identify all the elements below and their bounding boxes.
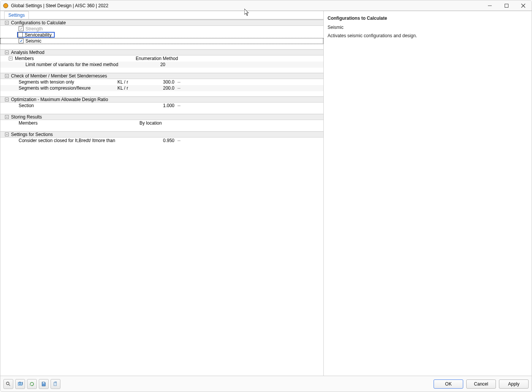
value-compression[interactable]: 200.0 <box>139 85 177 91</box>
collapse-icon[interactable]: − <box>5 115 9 119</box>
app-icon <box>3 3 9 9</box>
label-storing-members: Members <box>19 120 117 126</box>
settings-panel: Settings − Configurations to Calculate S… <box>0 11 323 376</box>
checkbox-strength[interactable] <box>19 26 24 31</box>
svg-rect-12 <box>55 381 56 383</box>
value-storing-members[interactable]: By location <box>139 120 177 126</box>
label-members: Members <box>15 56 114 61</box>
row-seismic[interactable]: Seismic <box>0 38 323 44</box>
label-limit-variants: Limit number of variants for the mixed m… <box>25 62 120 67</box>
window-title: Global Settings | Steel Design | AISC 36… <box>11 3 108 8</box>
dash: -- <box>177 103 185 108</box>
titlebar: Global Settings | Steel Design | AISC 36… <box>0 0 532 11</box>
save-button[interactable] <box>39 379 49 389</box>
close-button[interactable] <box>515 0 532 11</box>
row-compression[interactable]: Segments with compression/flexure KL / r… <box>0 85 323 91</box>
label-tension: Segments with tension only <box>19 79 117 85</box>
svg-line-6 <box>9 384 10 386</box>
collapse-icon[interactable]: − <box>5 74 9 78</box>
row-serviceability[interactable]: Serviceability <box>0 32 323 38</box>
collapse-icon[interactable]: − <box>5 133 9 136</box>
row-closed-section[interactable]: Consider section closed for It,Bredt / I… <box>0 138 323 144</box>
group-settings-sections[interactable]: − Settings for Sections <box>0 131 323 138</box>
minimize-button[interactable] <box>481 0 498 11</box>
label-section: Section <box>19 103 117 108</box>
value-section[interactable]: 1.000 <box>139 103 177 108</box>
clipboard-button[interactable] <box>51 379 60 389</box>
row-storing-members[interactable]: Members By location <box>0 120 323 126</box>
svg-text:0.00: 0.00 <box>19 381 23 386</box>
group-title: Configurations to Calculate <box>11 20 66 25</box>
row-strength[interactable]: Strength <box>0 26 323 32</box>
group-analysis-method[interactable]: − Analysis Method <box>0 49 323 55</box>
row-members-method[interactable]: − Members Enumeration Method <box>0 55 323 62</box>
label-serviceability: Serviceability <box>25 32 52 38</box>
value-enumeration-method[interactable]: Enumeration Method <box>136 56 189 61</box>
svg-point-5 <box>6 382 9 384</box>
ok-button[interactable]: OK <box>434 379 463 389</box>
collapse-icon[interactable]: − <box>5 21 9 25</box>
help-panel: Configurations to Calculate Seismic Acti… <box>323 11 532 376</box>
collapse-icon[interactable]: − <box>5 51 9 54</box>
dash: -- <box>177 85 185 91</box>
row-tension[interactable]: Segments with tension only KL / r 300.0 … <box>0 79 323 85</box>
svg-marker-9 <box>30 384 31 385</box>
checkbox-seismic[interactable] <box>19 38 24 43</box>
label-closed-section: Consider section closed for It,Bredt / I… <box>19 138 117 143</box>
dash: -- <box>177 138 185 143</box>
bottom-toolbar: 0.00 OK Cancel Apply <box>0 376 532 392</box>
group-configurations[interactable]: − Configurations to Calculate <box>0 20 323 26</box>
unit-compression: KL / r <box>117 85 139 91</box>
units-button[interactable]: 0.00 <box>15 379 25 389</box>
apply-button[interactable]: Apply <box>499 379 529 389</box>
group-title: Analysis Method <box>11 50 44 55</box>
group-optimization[interactable]: − Optimization - Maximum Allowable Desig… <box>0 96 323 103</box>
help-description: Activates seismic configurations and des… <box>328 33 528 38</box>
label-compression: Segments with compression/flexure <box>19 85 117 91</box>
refresh-button[interactable] <box>27 379 37 389</box>
svg-rect-2 <box>505 4 508 7</box>
label-strength: Strength <box>25 26 43 32</box>
tab-settings[interactable]: Settings <box>4 11 29 19</box>
group-title: Optimization - Maximum Allowable Design … <box>11 97 108 102</box>
collapse-icon[interactable]: − <box>5 98 9 101</box>
value-tension[interactable]: 300.0 <box>139 79 177 85</box>
row-limit-variants[interactable]: Limit number of variants for the mixed m… <box>0 62 323 68</box>
label-seismic: Seismic <box>25 38 41 44</box>
search-button[interactable] <box>3 379 13 389</box>
group-title: Settings for Sections <box>11 132 53 137</box>
value-limit-variants[interactable]: 20 <box>142 62 165 67</box>
svg-point-0 <box>3 3 8 8</box>
checkbox-serviceability[interactable] <box>18 32 23 37</box>
value-closed-section[interactable]: 0.950 <box>139 138 177 143</box>
dash: -- <box>177 79 185 85</box>
collapse-icon[interactable]: − <box>9 57 13 60</box>
help-subtitle: Seismic <box>328 25 528 30</box>
maximize-button[interactable] <box>498 0 515 11</box>
svg-rect-10 <box>43 382 44 383</box>
unit-tension: KL / r <box>117 79 139 85</box>
group-title: Storing Results <box>11 114 42 120</box>
group-slenderness[interactable]: − Check of Member / Member Set Slenderne… <box>0 73 323 79</box>
group-title: Check of Member / Member Set Slenderness… <box>11 73 107 79</box>
group-storing-results[interactable]: − Storing Results <box>0 114 323 120</box>
row-section-ratio[interactable]: Section 1.000 -- <box>0 103 323 109</box>
help-title: Configurations to Calculate <box>328 16 528 21</box>
cancel-button[interactable]: Cancel <box>466 379 496 389</box>
